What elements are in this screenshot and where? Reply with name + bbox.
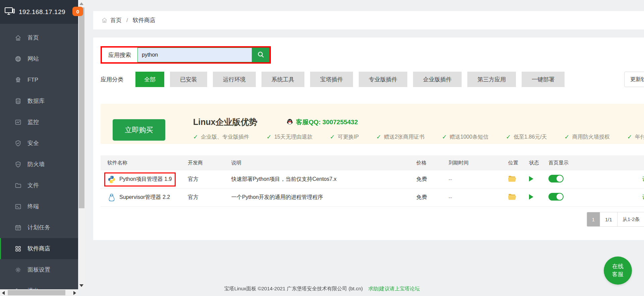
sidebar-item-label: 防火墙: [27, 160, 45, 168]
developer: 官方: [182, 194, 225, 201]
python-manager-annotation-box[interactable]: Python项目管理器 1.9: [104, 172, 176, 187]
search-input[interactable]: [137, 48, 252, 62]
col-software-name: 软件名称: [101, 160, 182, 166]
gear-icon: [14, 266, 22, 274]
sidebar-item-security[interactable]: 安全: [0, 133, 78, 154]
chart-icon: [14, 119, 22, 126]
horizontal-scrollbar-thumb[interactable]: [8, 290, 65, 295]
waf-shield-icon: WAF: [14, 161, 22, 168]
sidebar-item-label: 软件商店: [27, 245, 50, 252]
category-tab-pro-plugins[interactable]: 专业版插件: [359, 72, 407, 87]
sidebar-item-app-store[interactable]: 软件商店: [0, 238, 78, 259]
category-tab-installed[interactable]: 已安装: [170, 72, 207, 87]
developer: 官方: [182, 176, 225, 183]
open-folder-icon[interactable]: [508, 196, 516, 201]
check-icon: ✓: [627, 133, 632, 141]
col-description: 说明: [225, 160, 410, 166]
qq-contact: 客服QQ: 3007255432: [296, 118, 358, 127]
sidebar-item-ftp[interactable]: FTP: [0, 69, 78, 90]
breadcrumb-current: 软件商店: [133, 16, 156, 24]
home-display-toggle[interactable]: [548, 193, 564, 201]
sidebar-item-monitor[interactable]: 监控: [0, 112, 78, 133]
breadcrumb-separator: /: [126, 17, 128, 24]
feature-item: 年付企: [635, 134, 644, 141]
sidebar-item-panel-settings[interactable]: 面板设置: [0, 259, 78, 280]
vertical-scrollbar[interactable]: [78, 0, 85, 289]
vertical-scrollbar-thumb[interactable]: [79, 7, 84, 208]
footer-forum-link[interactable]: 求助|建议请上宝塔论坛: [368, 286, 420, 291]
expire-date: --: [443, 176, 502, 182]
sidebar-item-home[interactable]: 首页: [0, 27, 78, 48]
category-tab-enterprise-plugins[interactable]: 企业版插件: [413, 72, 462, 87]
linux-penguin-icon: [107, 193, 116, 202]
shield-check-icon: [14, 140, 22, 147]
server-header[interactable]: 192.168.17.129: [0, 0, 78, 24]
server-ip: 192.168.17.129: [19, 8, 65, 16]
buy-now-button[interactable]: 立即购买: [113, 119, 165, 141]
open-folder-icon[interactable]: [508, 177, 516, 183]
feature-item: 赠送2张商用证书: [384, 134, 424, 141]
category-tab-system-tools[interactable]: 系统工具: [261, 72, 304, 87]
update-software-list-button[interactable]: 更新软件列表: [624, 72, 644, 87]
sidebar-item-label: 终端: [27, 203, 39, 210]
check-icon: ✓: [330, 133, 335, 141]
ftp-icon: [14, 76, 22, 84]
footer: 宝塔Linux面板 ©2014-2021 广东堡塔安全技术有限公司 (bt.cn…: [0, 286, 644, 292]
enterprise-promo-banner: 立即购买 Linux企业版优势 客服QQ: 3007255432 ✓企业版、专业…: [101, 104, 644, 144]
table-row: Supervisor管理器 2.2 官方 一个Python开发的通用的进程管理程…: [101, 189, 644, 207]
check-icon: ✓: [565, 133, 570, 141]
sidebar-item-label: 数据库: [27, 97, 45, 105]
scroll-left-arrow-icon[interactable]: [2, 291, 5, 295]
sidebar-item-terminal[interactable]: 终端: [0, 196, 78, 217]
sidebar-item-files[interactable]: 文件: [0, 175, 78, 196]
customer-service-button[interactable]: 在线 客服: [604, 256, 632, 285]
category-tab-runtime[interactable]: 运行环境: [213, 72, 256, 87]
feature-item: 赠送1000条短信: [450, 134, 488, 141]
sidebar-item-label: 面板设置: [27, 266, 50, 274]
app-store-card: 应用搜索 应用分类 全部 已安装 运行环境 系统工具 宝塔插件 专业版插件 企业…: [93, 38, 644, 240]
feature-list: ✓企业版、专业版插件 ✓15天无理由退款 ✓可更换IP ✓赠送2张商用证书 ✓赠…: [193, 133, 644, 141]
settings-link[interactable]: 设置: [642, 176, 644, 182]
sidebar-item-firewall[interactable]: WAF 防火墙: [0, 154, 78, 175]
home-display-toggle[interactable]: [548, 175, 564, 182]
sidebar-item-database[interactable]: 数据库: [0, 90, 78, 112]
col-developer: 开发商: [182, 160, 225, 166]
col-operations: 操作: [590, 160, 644, 166]
software-name[interactable]: Python项目管理器 1.9: [119, 176, 172, 183]
monitor-icon: [5, 7, 15, 17]
horizontal-scrollbar[interactable]: [0, 289, 78, 296]
sidebar-item-label: 网站: [27, 55, 39, 63]
category-tab-third-party[interactable]: 第三方应用: [467, 72, 516, 87]
app-window: 192.168.17.129 首页 网站 FTP 数据库 监控: [0, 0, 644, 296]
col-home-display: 首页显示: [542, 160, 590, 166]
price: 免费: [410, 176, 443, 183]
description: 一个Python开发的通用的进程管理程序: [225, 194, 410, 201]
software-name[interactable]: Supervisor管理器 2.2: [119, 194, 170, 201]
category-tab-all[interactable]: 全部: [135, 72, 164, 87]
running-status-icon[interactable]: [529, 194, 533, 200]
category-label: 应用分类: [101, 76, 123, 83]
check-icon: ✓: [442, 133, 447, 141]
running-status-icon[interactable]: [529, 176, 533, 181]
scroll-up-arrow-icon[interactable]: [79, 2, 83, 5]
banner-title: Linux企业版优势: [193, 117, 257, 128]
sidebar-item-label: 监控: [27, 118, 39, 126]
search-button[interactable]: [252, 48, 270, 62]
category-tab-bt-plugins[interactable]: 宝塔插件: [310, 72, 353, 87]
message-count-badge[interactable]: 0: [72, 7, 83, 16]
price: 免费: [410, 194, 443, 201]
page-number-current[interactable]: 1: [587, 212, 600, 226]
category-tab-one-click[interactable]: 一键部署: [522, 72, 565, 87]
breadcrumb-home[interactable]: 首页: [110, 16, 122, 24]
folder-icon: [14, 182, 22, 189]
breadcrumb: 首页 / 软件商店: [93, 11, 644, 29]
col-location: 位置: [502, 160, 523, 166]
sidebar-item-label: 文件: [27, 181, 39, 189]
sidebar-item-website[interactable]: 网站: [0, 48, 78, 69]
scroll-right-arrow-icon[interactable]: [73, 291, 76, 295]
pagination: 1 1/1 从1-2条 共2条: [587, 212, 644, 227]
sidebar-item-cron[interactable]: 计划任务: [0, 217, 78, 238]
description: 快速部署Python项目，当前仅支持Centos7.x: [225, 176, 410, 183]
feature-item: 商用防火墙授权: [572, 134, 610, 141]
settings-link[interactable]: 设置: [642, 194, 644, 200]
